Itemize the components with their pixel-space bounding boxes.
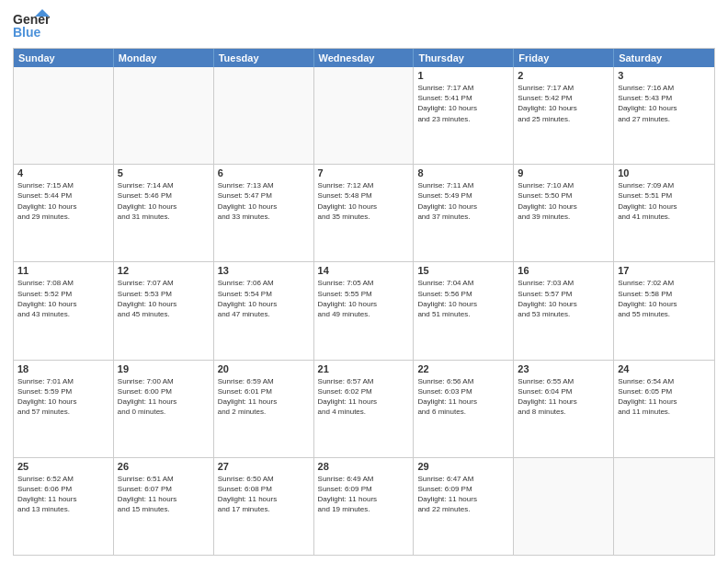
day-info: Sunrise: 7:14 AM Sunset: 5:46 PM Dayligh… <box>118 180 210 222</box>
day-number: 4 <box>17 167 109 178</box>
day-number: 22 <box>417 363 509 374</box>
day-number: 14 <box>318 265 410 276</box>
weekday-header-thursday: Thursday <box>414 49 514 67</box>
day-number: 25 <box>17 461 109 472</box>
day-cell-21: 21Sunrise: 6:57 AM Sunset: 6:02 PM Dayli… <box>314 361 415 457</box>
empty-cell <box>314 67 415 164</box>
weekday-header-monday: Monday <box>114 49 214 67</box>
day-cell-15: 15Sunrise: 7:04 AM Sunset: 5:56 PM Dayli… <box>414 262 514 359</box>
day-number: 28 <box>318 461 410 472</box>
logo-icon: General Blue <box>13 9 50 42</box>
day-cell-6: 6Sunrise: 7:13 AM Sunset: 5:47 PM Daylig… <box>214 165 314 261</box>
calendar-row-1: 4Sunrise: 7:15 AM Sunset: 5:44 PM Daylig… <box>14 165 714 262</box>
day-number: 17 <box>618 265 711 276</box>
day-number: 13 <box>218 265 310 276</box>
day-number: 21 <box>318 363 410 374</box>
day-cell-8: 8Sunrise: 7:11 AM Sunset: 5:49 PM Daylig… <box>414 165 514 261</box>
day-info: Sunrise: 7:07 AM Sunset: 5:53 PM Dayligh… <box>118 278 210 319</box>
day-info: Sunrise: 6:49 AM Sunset: 6:09 PM Dayligh… <box>318 474 410 515</box>
calendar-row-0: 1Sunrise: 7:17 AM Sunset: 5:41 PM Daylig… <box>14 67 714 165</box>
day-cell-17: 17Sunrise: 7:02 AM Sunset: 5:58 PM Dayli… <box>614 262 714 359</box>
day-number: 18 <box>17 363 109 374</box>
day-number: 20 <box>218 363 310 374</box>
day-cell-19: 19Sunrise: 7:00 AM Sunset: 6:00 PM Dayli… <box>114 361 214 457</box>
day-info: Sunrise: 7:05 AM Sunset: 5:55 PM Dayligh… <box>318 278 410 319</box>
svg-text:Blue: Blue <box>13 25 41 40</box>
day-info: Sunrise: 7:10 AM Sunset: 5:50 PM Dayligh… <box>518 180 609 222</box>
day-cell-11: 11Sunrise: 7:08 AM Sunset: 5:52 PM Dayli… <box>14 262 114 359</box>
day-cell-13: 13Sunrise: 7:06 AM Sunset: 5:54 PM Dayli… <box>214 262 314 359</box>
day-info: Sunrise: 6:47 AM Sunset: 6:09 PM Dayligh… <box>417 474 509 515</box>
day-cell-10: 10Sunrise: 7:09 AM Sunset: 5:51 PM Dayli… <box>614 165 714 261</box>
day-info: Sunrise: 7:02 AM Sunset: 5:58 PM Dayligh… <box>618 278 711 319</box>
logo: General Blue <box>13 9 53 42</box>
day-info: Sunrise: 7:03 AM Sunset: 5:57 PM Dayligh… <box>518 278 609 319</box>
day-cell-5: 5Sunrise: 7:14 AM Sunset: 5:46 PM Daylig… <box>114 165 214 261</box>
day-info: Sunrise: 7:01 AM Sunset: 5:59 PM Dayligh… <box>17 376 109 418</box>
day-info: Sunrise: 7:11 AM Sunset: 5:49 PM Dayligh… <box>417 180 509 222</box>
day-cell-12: 12Sunrise: 7:07 AM Sunset: 5:53 PM Dayli… <box>114 262 214 359</box>
day-info: Sunrise: 6:52 AM Sunset: 6:06 PM Dayligh… <box>17 474 109 515</box>
day-cell-7: 7Sunrise: 7:12 AM Sunset: 5:48 PM Daylig… <box>314 165 415 261</box>
empty-cell <box>214 67 314 164</box>
day-info: Sunrise: 6:55 AM Sunset: 6:04 PM Dayligh… <box>518 376 609 418</box>
header: General Blue <box>13 9 715 42</box>
day-cell-26: 26Sunrise: 6:51 AM Sunset: 6:07 PM Dayli… <box>114 458 214 555</box>
day-number: 19 <box>118 363 210 374</box>
day-cell-9: 9Sunrise: 7:10 AM Sunset: 5:50 PM Daylig… <box>514 165 614 261</box>
day-number: 12 <box>118 265 210 276</box>
day-info: Sunrise: 7:13 AM Sunset: 5:47 PM Dayligh… <box>218 180 310 222</box>
day-cell-18: 18Sunrise: 7:01 AM Sunset: 5:59 PM Dayli… <box>14 361 114 457</box>
day-cell-22: 22Sunrise: 6:56 AM Sunset: 6:03 PM Dayli… <box>414 361 514 457</box>
day-number: 26 <box>118 461 210 472</box>
day-cell-14: 14Sunrise: 7:05 AM Sunset: 5:55 PM Dayli… <box>314 262 415 359</box>
day-info: Sunrise: 6:51 AM Sunset: 6:07 PM Dayligh… <box>118 474 210 515</box>
day-info: Sunrise: 6:50 AM Sunset: 6:08 PM Dayligh… <box>218 474 310 515</box>
day-cell-27: 27Sunrise: 6:50 AM Sunset: 6:08 PM Dayli… <box>214 458 314 555</box>
empty-cell <box>514 458 614 555</box>
weekday-header-sunday: Sunday <box>14 49 114 67</box>
day-cell-29: 29Sunrise: 6:47 AM Sunset: 6:09 PM Dayli… <box>414 458 514 555</box>
day-number: 9 <box>518 167 609 178</box>
day-cell-20: 20Sunrise: 6:59 AM Sunset: 6:01 PM Dayli… <box>214 361 314 457</box>
day-info: Sunrise: 7:15 AM Sunset: 5:44 PM Dayligh… <box>17 180 109 222</box>
day-info: Sunrise: 6:54 AM Sunset: 6:05 PM Dayligh… <box>618 376 711 418</box>
day-number: 8 <box>417 167 509 178</box>
day-cell-16: 16Sunrise: 7:03 AM Sunset: 5:57 PM Dayli… <box>514 262 614 359</box>
day-number: 5 <box>118 167 210 178</box>
calendar-body: 1Sunrise: 7:17 AM Sunset: 5:41 PM Daylig… <box>14 67 714 555</box>
calendar-row-4: 25Sunrise: 6:52 AM Sunset: 6:06 PM Dayli… <box>14 458 714 555</box>
day-number: 29 <box>417 461 509 472</box>
day-number: 10 <box>618 167 711 178</box>
day-number: 11 <box>17 265 109 276</box>
day-number: 3 <box>618 70 711 81</box>
day-number: 2 <box>518 70 609 81</box>
day-cell-28: 28Sunrise: 6:49 AM Sunset: 6:09 PM Dayli… <box>314 458 415 555</box>
day-number: 15 <box>417 265 509 276</box>
day-info: Sunrise: 6:57 AM Sunset: 6:02 PM Dayligh… <box>318 376 410 418</box>
weekday-header-saturday: Saturday <box>614 49 714 67</box>
day-info: Sunrise: 6:56 AM Sunset: 6:03 PM Dayligh… <box>417 376 509 418</box>
day-number: 24 <box>618 363 711 374</box>
day-cell-23: 23Sunrise: 6:55 AM Sunset: 6:04 PM Dayli… <box>514 361 614 457</box>
day-number: 7 <box>318 167 410 178</box>
calendar-row-2: 11Sunrise: 7:08 AM Sunset: 5:52 PM Dayli… <box>14 262 714 360</box>
day-info: Sunrise: 7:04 AM Sunset: 5:56 PM Dayligh… <box>417 278 509 319</box>
day-info: Sunrise: 7:09 AM Sunset: 5:51 PM Dayligh… <box>618 180 711 222</box>
day-info: Sunrise: 7:06 AM Sunset: 5:54 PM Dayligh… <box>218 278 310 319</box>
weekday-header-wednesday: Wednesday <box>314 49 415 67</box>
day-cell-24: 24Sunrise: 6:54 AM Sunset: 6:05 PM Dayli… <box>614 361 714 457</box>
weekday-header-tuesday: Tuesday <box>214 49 314 67</box>
day-info: Sunrise: 7:17 AM Sunset: 5:41 PM Dayligh… <box>417 83 509 124</box>
day-info: Sunrise: 7:08 AM Sunset: 5:52 PM Dayligh… <box>17 278 109 319</box>
day-info: Sunrise: 7:17 AM Sunset: 5:42 PM Dayligh… <box>518 83 609 124</box>
day-cell-1: 1Sunrise: 7:17 AM Sunset: 5:41 PM Daylig… <box>414 67 514 164</box>
day-number: 23 <box>518 363 609 374</box>
empty-cell <box>114 67 214 164</box>
day-cell-3: 3Sunrise: 7:16 AM Sunset: 5:43 PM Daylig… <box>614 67 714 164</box>
day-number: 27 <box>218 461 310 472</box>
calendar: SundayMondayTuesdayWednesdayThursdayFrid… <box>13 48 715 556</box>
day-cell-4: 4Sunrise: 7:15 AM Sunset: 5:44 PM Daylig… <box>14 165 114 261</box>
day-cell-25: 25Sunrise: 6:52 AM Sunset: 6:06 PM Dayli… <box>14 458 114 555</box>
empty-cell <box>614 458 714 555</box>
